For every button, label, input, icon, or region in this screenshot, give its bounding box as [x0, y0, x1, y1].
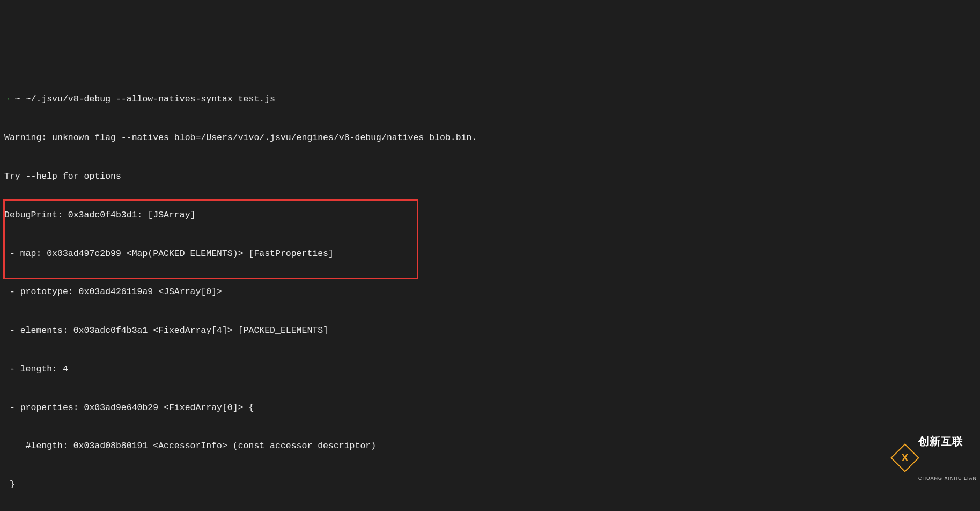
logo-mark-icon: X	[890, 443, 919, 472]
prompt-line: → ~ ~/.jsvu/v8-debug --allow-natives-syn…	[4, 93, 976, 106]
logo-text-cn: 创新互联	[918, 434, 977, 449]
output-line: #length: 0x03ad08b80191 <AccessorInfo> (…	[4, 440, 976, 452]
output-line: Try --help for options	[4, 170, 976, 183]
output-line: - length: 4	[4, 363, 976, 376]
output-line: - elements: 0x03adc0f4b3a1 <FixedArray[4…	[4, 324, 976, 337]
terminal[interactable]: → ~ ~/.jsvu/v8-debug --allow-natives-syn…	[0, 64, 980, 511]
output-line: - properties: 0x03ad9e640b29 <FixedArray…	[4, 402, 976, 414]
output-line: }	[4, 478, 976, 491]
output-line: - map: 0x03ad497c2b99 <Map(PACKED_ELEMEN…	[4, 247, 976, 260]
watermark-logo: X 创新互联 CHUANG XINHU LIAN	[895, 408, 977, 508]
prompt-command: ~ ~/.jsvu/v8-debug --allow-natives-synta…	[10, 94, 275, 104]
prompt-arrow-icon: →	[4, 94, 10, 104]
output-line: DebugPrint: 0x3adc0f4b3d1: [JSArray]	[4, 209, 976, 222]
output-line: - prototype: 0x03ad426119a9 <JSArray[0]>	[4, 286, 976, 298]
logo-text-en: CHUANG XINHU LIAN	[918, 475, 977, 482]
output-line: Warning: unknown flag --natives_blob=/Us…	[4, 132, 976, 144]
